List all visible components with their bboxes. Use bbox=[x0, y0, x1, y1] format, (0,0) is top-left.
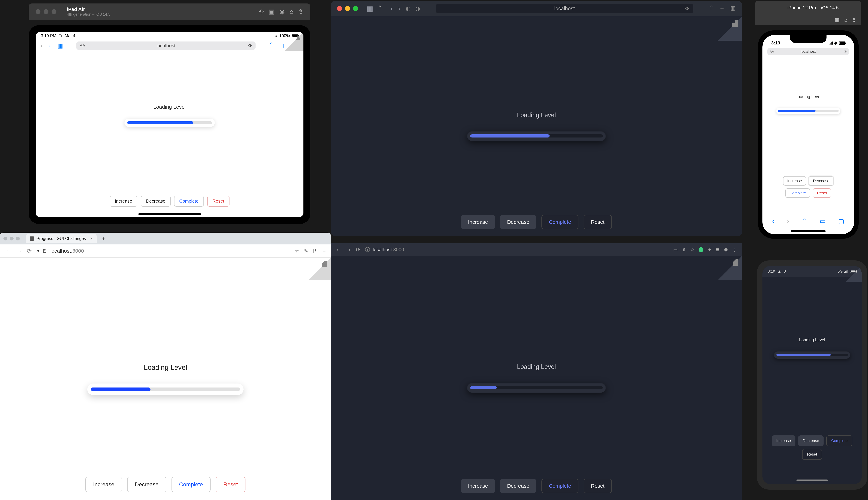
tabs-icon[interactable]: ▢ bbox=[838, 217, 844, 225]
reset-button[interactable]: Reset bbox=[207, 196, 229, 207]
reload-icon[interactable]: ⟳ bbox=[685, 6, 689, 11]
decrease-button[interactable]: Decrease bbox=[141, 196, 170, 207]
address-bar[interactable]: AA localhost ⟳ bbox=[76, 42, 255, 50]
reload-icon[interactable]: ⟳ bbox=[356, 246, 361, 253]
increase-button[interactable]: Increase bbox=[461, 479, 495, 493]
rotate-icon[interactable]: ⇪ bbox=[298, 8, 304, 15]
list-icon[interactable]: ≣ bbox=[716, 247, 720, 253]
increase-button[interactable]: Increase bbox=[110, 196, 137, 207]
forward-icon[interactable]: → bbox=[16, 248, 22, 254]
decrease-button[interactable]: Decrease bbox=[500, 479, 536, 493]
screen-icon[interactable]: ▭ bbox=[673, 247, 678, 253]
shield-icon[interactable]: ◐ bbox=[406, 5, 410, 12]
back-icon[interactable]: ‹ bbox=[772, 217, 774, 225]
share-icon[interactable]: ⇧ bbox=[269, 42, 274, 50]
back-icon[interactable]: ‹ bbox=[390, 5, 393, 12]
star-icon[interactable]: ☆ bbox=[690, 247, 694, 253]
complete-button[interactable]: Complete bbox=[172, 477, 210, 492]
complete-button[interactable]: Complete bbox=[541, 479, 578, 493]
screenshot-icon[interactable]: ▣ bbox=[835, 17, 840, 23]
forward-icon[interactable]: › bbox=[787, 217, 789, 225]
reload-icon[interactable]: ⟳ bbox=[248, 43, 252, 48]
back-icon[interactable]: ‹ bbox=[41, 42, 43, 49]
reload-icon[interactable]: ⟳ bbox=[27, 247, 32, 254]
increase-button[interactable]: Increase bbox=[85, 477, 122, 492]
address-bar[interactable]: ⛨ 🗎 localhost:3000 bbox=[36, 248, 290, 254]
share-icon[interactable]: ⇧ bbox=[682, 247, 686, 253]
reset-button[interactable]: Reset bbox=[216, 477, 245, 492]
complete-button[interactable]: Complete bbox=[826, 435, 852, 446]
aa-icon[interactable]: AA bbox=[80, 43, 85, 48]
favicon bbox=[30, 237, 34, 241]
progress-fill bbox=[470, 386, 497, 389]
close-tab-icon[interactable]: × bbox=[90, 236, 92, 241]
new-tab-button[interactable]: ＋ bbox=[101, 235, 106, 242]
screenshot-icon[interactable]: ▣ bbox=[269, 8, 274, 15]
forward-icon[interactable]: → bbox=[346, 247, 351, 253]
page-content: Loading Level Increase Decrease Complete… bbox=[331, 16, 742, 236]
rotate-icon[interactable]: ⇪ bbox=[852, 17, 856, 23]
home-indicator[interactable] bbox=[791, 230, 826, 232]
reset-button[interactable]: Reset bbox=[802, 449, 822, 460]
capture-icon[interactable]: ⟲ bbox=[259, 8, 264, 15]
back-icon[interactable]: ← bbox=[5, 248, 11, 254]
bookmarks-icon[interactable]: ▭ bbox=[820, 217, 826, 225]
tabs-overview-icon[interactable]: ▦ bbox=[730, 4, 736, 12]
reload-icon[interactable]: ⟳ bbox=[844, 49, 847, 54]
reset-button[interactable]: Reset bbox=[584, 479, 612, 493]
decrease-button[interactable]: Decrease bbox=[127, 477, 166, 492]
aa-icon[interactable]: AA bbox=[770, 50, 774, 54]
extension-a-icon[interactable] bbox=[699, 247, 704, 252]
address-bar[interactable]: localhost ⟳ bbox=[436, 4, 693, 13]
safari-bottom-toolbar: ‹ › ⇧ ▭ ▢ bbox=[763, 215, 854, 227]
sidebar-icon[interactable]: ▥ bbox=[367, 4, 373, 12]
page-fold-icon bbox=[718, 16, 742, 41]
window-traffic-lights[interactable] bbox=[36, 9, 56, 14]
newtab-icon[interactable]: ＋ bbox=[719, 4, 725, 12]
complete-button[interactable]: Complete bbox=[541, 215, 578, 229]
progress-bar bbox=[125, 118, 215, 127]
forward-icon[interactable]: › bbox=[49, 42, 51, 49]
decrease-button[interactable]: Decrease bbox=[798, 435, 824, 446]
increase-button[interactable]: Increase bbox=[461, 215, 495, 229]
complete-button[interactable]: Complete bbox=[785, 189, 810, 198]
address-bar[interactable]: ⓘ localhost:3000 bbox=[365, 246, 669, 253]
key-icon[interactable]: ⚿ bbox=[313, 248, 318, 254]
address-bar[interactable]: AA localhost ⟳ bbox=[767, 48, 849, 55]
window-traffic-lights[interactable] bbox=[337, 6, 358, 11]
address-bar-row: ← → ⟳ ⓘ localhost:3000 ▭ ⇧ ☆ ✦ ≣ ◉ ⋮ bbox=[331, 243, 742, 256]
reset-button[interactable]: Reset bbox=[813, 189, 831, 198]
increase-button[interactable]: Increase bbox=[772, 435, 796, 446]
home-indicator[interactable] bbox=[138, 213, 201, 215]
extensions-icon[interactable]: ✦ bbox=[708, 247, 711, 253]
info-icon[interactable]: ⓘ bbox=[365, 246, 370, 253]
profile-icon[interactable]: ◉ bbox=[724, 247, 728, 253]
home-icon[interactable]: ⌂ bbox=[289, 8, 293, 15]
increase-button[interactable]: Increase bbox=[783, 176, 806, 185]
menu-icon[interactable]: ⋮ bbox=[732, 247, 737, 253]
nav-bar[interactable] bbox=[797, 479, 828, 481]
menu-icon[interactable]: ≡ bbox=[322, 248, 326, 254]
reset-button[interactable]: Reset bbox=[584, 215, 612, 229]
extension-icon[interactable]: ✎ bbox=[304, 248, 308, 254]
window-traffic-lights[interactable] bbox=[3, 237, 20, 240]
back-icon[interactable]: ← bbox=[336, 247, 341, 253]
record-icon[interactable]: ◉ bbox=[279, 8, 285, 15]
share-icon[interactable]: ⇧ bbox=[709, 4, 714, 12]
window-traffic-lights[interactable] bbox=[761, 5, 780, 10]
wifi-icon: ◈ bbox=[834, 40, 837, 46]
chevron-down-icon[interactable]: ˅ bbox=[378, 5, 382, 12]
star-icon[interactable]: ☆ bbox=[295, 248, 299, 254]
home-icon[interactable]: ⌂ bbox=[844, 17, 847, 23]
appearance-icon[interactable]: ◑ bbox=[415, 5, 420, 12]
complete-button[interactable]: Complete bbox=[174, 196, 204, 207]
decrease-button[interactable]: Decrease bbox=[500, 215, 536, 229]
forward-icon[interactable]: › bbox=[398, 5, 400, 12]
progress-fill bbox=[91, 387, 150, 391]
share-icon[interactable]: ⇧ bbox=[802, 217, 807, 225]
decrease-button[interactable]: Decrease bbox=[809, 176, 833, 185]
browser-tab[interactable]: Progress | GUI Challenges × bbox=[26, 234, 97, 243]
sidebar-icon[interactable]: ▥ bbox=[57, 42, 63, 49]
url-port: :3000 bbox=[392, 247, 404, 252]
shield-icon[interactable]: ⛨ bbox=[36, 249, 39, 252]
